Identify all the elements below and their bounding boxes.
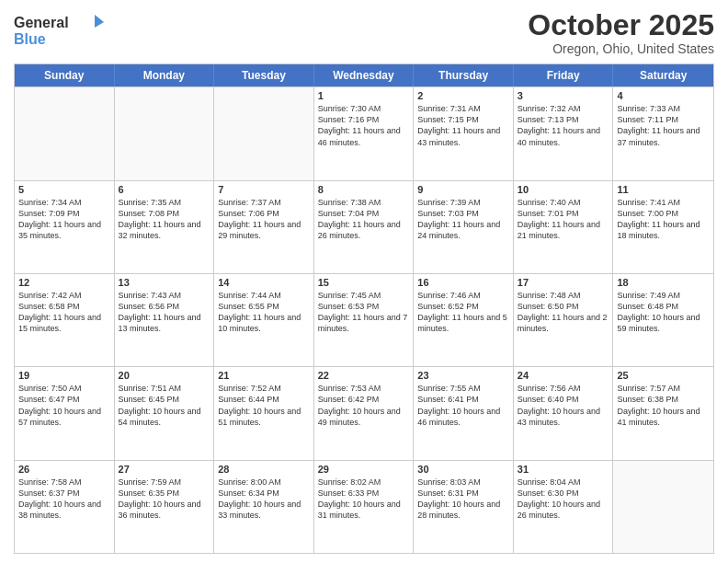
day-number: 6 bbox=[119, 184, 210, 195]
day-info: Sunrise: 7:51 AM Sunset: 6:45 PM Dayligh… bbox=[119, 383, 210, 428]
day-header-friday: Friday bbox=[514, 64, 614, 86]
day-info: Sunrise: 7:35 AM Sunset: 7:08 PM Dayligh… bbox=[119, 197, 210, 242]
day-cell-7: 7Sunrise: 7:37 AM Sunset: 7:06 PM Daylig… bbox=[214, 181, 314, 273]
svg-text:Blue: Blue bbox=[14, 31, 46, 47]
day-cell-29: 29Sunrise: 8:02 AM Sunset: 6:33 PM Dayli… bbox=[314, 461, 415, 553]
day-number: 26 bbox=[18, 464, 110, 475]
day-cell-12: 12Sunrise: 7:42 AM Sunset: 6:58 PM Dayli… bbox=[15, 274, 115, 366]
day-info: Sunrise: 7:39 AM Sunset: 7:03 PM Dayligh… bbox=[417, 197, 509, 242]
day-number: 21 bbox=[218, 370, 310, 381]
day-cell-23: 23Sunrise: 7:55 AM Sunset: 6:41 PM Dayli… bbox=[414, 367, 514, 459]
day-info: Sunrise: 7:49 AM Sunset: 6:48 PM Dayligh… bbox=[617, 290, 710, 335]
calendar: SundayMondayTuesdayWednesdayThursdayFrid… bbox=[14, 63, 714, 554]
day-cell-17: 17Sunrise: 7:48 AM Sunset: 6:50 PM Dayli… bbox=[514, 274, 614, 366]
day-number: 23 bbox=[417, 370, 509, 381]
day-cell-3: 3Sunrise: 7:32 AM Sunset: 7:13 PM Daylig… bbox=[514, 87, 614, 179]
day-cell-10: 10Sunrise: 7:40 AM Sunset: 7:01 PM Dayli… bbox=[514, 181, 614, 273]
calendar-body: 1Sunrise: 7:30 AM Sunset: 7:16 PM Daylig… bbox=[15, 86, 713, 553]
day-number: 24 bbox=[518, 370, 609, 381]
empty-cell bbox=[115, 87, 215, 179]
day-info: Sunrise: 7:42 AM Sunset: 6:58 PM Dayligh… bbox=[18, 290, 110, 335]
day-info: Sunrise: 7:43 AM Sunset: 6:56 PM Dayligh… bbox=[119, 290, 210, 335]
day-header-monday: Monday bbox=[115, 64, 215, 86]
day-number: 19 bbox=[18, 370, 110, 381]
day-cell-21: 21Sunrise: 7:52 AM Sunset: 6:44 PM Dayli… bbox=[214, 367, 314, 459]
empty-cell bbox=[613, 461, 713, 553]
day-number: 20 bbox=[119, 370, 210, 381]
day-cell-24: 24Sunrise: 7:56 AM Sunset: 6:40 PM Dayli… bbox=[514, 367, 614, 459]
day-number: 30 bbox=[417, 464, 509, 475]
day-info: Sunrise: 7:38 AM Sunset: 7:04 PM Dayligh… bbox=[318, 197, 410, 242]
day-info: Sunrise: 7:48 AM Sunset: 6:50 PM Dayligh… bbox=[518, 290, 609, 335]
day-info: Sunrise: 8:03 AM Sunset: 6:31 PM Dayligh… bbox=[417, 477, 509, 522]
day-info: Sunrise: 8:04 AM Sunset: 6:30 PM Dayligh… bbox=[518, 477, 609, 522]
day-info: Sunrise: 7:33 AM Sunset: 7:11 PM Dayligh… bbox=[617, 103, 710, 148]
day-header-wednesday: Wednesday bbox=[314, 64, 415, 86]
day-info: Sunrise: 7:59 AM Sunset: 6:35 PM Dayligh… bbox=[119, 477, 210, 522]
day-info: Sunrise: 7:34 AM Sunset: 7:09 PM Dayligh… bbox=[18, 197, 110, 242]
svg-text:General: General bbox=[14, 15, 69, 30]
day-cell-4: 4Sunrise: 7:33 AM Sunset: 7:11 PM Daylig… bbox=[613, 87, 713, 179]
day-cell-26: 26Sunrise: 7:58 AM Sunset: 6:37 PM Dayli… bbox=[15, 461, 115, 553]
subtitle: Oregon, Ohio, United States bbox=[528, 41, 714, 56]
day-info: Sunrise: 7:57 AM Sunset: 6:38 PM Dayligh… bbox=[617, 383, 710, 428]
day-number: 1 bbox=[318, 90, 410, 101]
month-title: October 2025 bbox=[528, 9, 714, 41]
day-info: Sunrise: 7:46 AM Sunset: 6:52 PM Dayligh… bbox=[417, 290, 509, 335]
day-number: 4 bbox=[617, 90, 710, 101]
day-header-tuesday: Tuesday bbox=[214, 64, 314, 86]
day-info: Sunrise: 7:52 AM Sunset: 6:44 PM Dayligh… bbox=[218, 383, 310, 428]
day-number: 12 bbox=[18, 277, 110, 288]
day-number: 2 bbox=[417, 90, 509, 101]
day-info: Sunrise: 7:45 AM Sunset: 6:53 PM Dayligh… bbox=[318, 290, 410, 335]
day-number: 8 bbox=[318, 184, 410, 195]
day-header-thursday: Thursday bbox=[414, 64, 514, 86]
day-cell-19: 19Sunrise: 7:50 AM Sunset: 6:47 PM Dayli… bbox=[15, 367, 115, 459]
day-info: Sunrise: 7:31 AM Sunset: 7:15 PM Dayligh… bbox=[417, 103, 509, 148]
day-number: 25 bbox=[617, 370, 710, 381]
empty-cell bbox=[214, 87, 314, 179]
day-number: 14 bbox=[218, 277, 310, 288]
day-number: 28 bbox=[218, 464, 310, 475]
day-cell-18: 18Sunrise: 7:49 AM Sunset: 6:48 PM Dayli… bbox=[613, 274, 713, 366]
empty-cell bbox=[15, 87, 115, 179]
logo: General Blue bbox=[14, 9, 106, 50]
day-cell-6: 6Sunrise: 7:35 AM Sunset: 7:08 PM Daylig… bbox=[115, 181, 215, 273]
day-info: Sunrise: 8:02 AM Sunset: 6:33 PM Dayligh… bbox=[318, 477, 410, 522]
day-number: 10 bbox=[518, 184, 609, 195]
day-cell-14: 14Sunrise: 7:44 AM Sunset: 6:55 PM Dayli… bbox=[214, 274, 314, 366]
day-number: 31 bbox=[518, 464, 609, 475]
day-cell-2: 2Sunrise: 7:31 AM Sunset: 7:15 PM Daylig… bbox=[414, 87, 514, 179]
day-cell-9: 9Sunrise: 7:39 AM Sunset: 7:03 PM Daylig… bbox=[414, 181, 514, 273]
day-cell-1: 1Sunrise: 7:30 AM Sunset: 7:16 PM Daylig… bbox=[314, 87, 415, 179]
title-area: October 2025 Oregon, Ohio, United States bbox=[528, 9, 714, 56]
day-cell-8: 8Sunrise: 7:38 AM Sunset: 7:04 PM Daylig… bbox=[314, 181, 415, 273]
day-info: Sunrise: 7:32 AM Sunset: 7:13 PM Dayligh… bbox=[518, 103, 609, 148]
day-number: 9 bbox=[417, 184, 509, 195]
day-header-sunday: Sunday bbox=[15, 64, 115, 86]
day-info: Sunrise: 8:00 AM Sunset: 6:34 PM Dayligh… bbox=[218, 477, 310, 522]
day-info: Sunrise: 7:56 AM Sunset: 6:40 PM Dayligh… bbox=[518, 383, 609, 428]
week-row-4: 19Sunrise: 7:50 AM Sunset: 6:47 PM Dayli… bbox=[15, 366, 713, 459]
day-info: Sunrise: 7:44 AM Sunset: 6:55 PM Dayligh… bbox=[218, 290, 310, 335]
day-cell-13: 13Sunrise: 7:43 AM Sunset: 6:56 PM Dayli… bbox=[115, 274, 215, 366]
day-cell-27: 27Sunrise: 7:59 AM Sunset: 6:35 PM Dayli… bbox=[115, 461, 215, 553]
day-info: Sunrise: 7:30 AM Sunset: 7:16 PM Dayligh… bbox=[318, 103, 410, 148]
day-cell-28: 28Sunrise: 8:00 AM Sunset: 6:34 PM Dayli… bbox=[214, 461, 314, 553]
day-cell-20: 20Sunrise: 7:51 AM Sunset: 6:45 PM Dayli… bbox=[115, 367, 215, 459]
day-number: 5 bbox=[18, 184, 110, 195]
day-cell-5: 5Sunrise: 7:34 AM Sunset: 7:09 PM Daylig… bbox=[15, 181, 115, 273]
day-header-saturday: Saturday bbox=[613, 64, 713, 86]
day-info: Sunrise: 7:40 AM Sunset: 7:01 PM Dayligh… bbox=[518, 197, 609, 242]
day-number: 7 bbox=[218, 184, 310, 195]
day-number: 16 bbox=[417, 277, 509, 288]
day-number: 27 bbox=[119, 464, 210, 475]
day-number: 15 bbox=[318, 277, 410, 288]
day-number: 18 bbox=[617, 277, 710, 288]
day-number: 29 bbox=[318, 464, 410, 475]
day-info: Sunrise: 7:55 AM Sunset: 6:41 PM Dayligh… bbox=[417, 383, 509, 428]
day-cell-11: 11Sunrise: 7:41 AM Sunset: 7:00 PM Dayli… bbox=[613, 181, 713, 273]
day-cell-15: 15Sunrise: 7:45 AM Sunset: 6:53 PM Dayli… bbox=[314, 274, 415, 366]
day-number: 17 bbox=[518, 277, 609, 288]
day-number: 3 bbox=[518, 90, 609, 101]
